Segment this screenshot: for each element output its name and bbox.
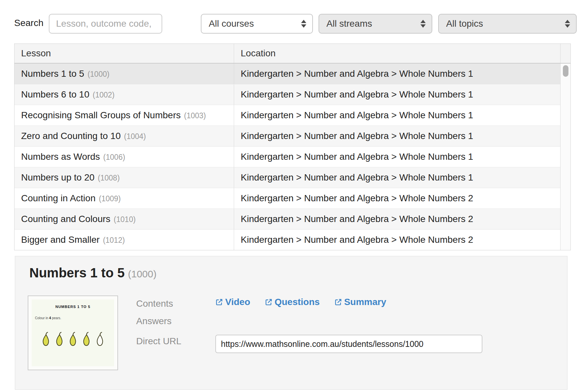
- table-row[interactable]: Numbers as Words(1006) Kindergarten > Nu…: [15, 146, 560, 167]
- lesson-title: Numbers up to 20: [21, 172, 95, 183]
- column-header-location: Location: [234, 44, 560, 63]
- table-row[interactable]: Counting in Action(1009) Kindergarten > …: [15, 188, 560, 209]
- external-link-icon: [215, 298, 223, 306]
- pear-outline-icon: [95, 332, 105, 347]
- pear-filled-icon: [81, 332, 91, 347]
- answers-label: Answers: [136, 316, 171, 326]
- streams-select[interactable]: All streams: [319, 14, 432, 34]
- direct-url-input[interactable]: [215, 335, 482, 353]
- lesson-code: (1004): [124, 131, 146, 141]
- lesson-location: Kindergarten > Number and Algebra > Whol…: [234, 230, 560, 250]
- lesson-code: (1009): [99, 193, 121, 203]
- table-row[interactable]: Counting and Colours(1010) Kindergarten …: [15, 209, 560, 229]
- select-arrows-icon: [565, 20, 570, 28]
- pear-filled-icon: [41, 332, 51, 347]
- external-link-icon: [334, 298, 342, 306]
- column-header-lesson: Lesson: [15, 44, 234, 63]
- table-row[interactable]: Bigger and Smaller(1012) Kindergarten > …: [15, 229, 560, 250]
- lesson-code: (1000): [87, 69, 109, 79]
- topics-select[interactable]: All topics: [438, 14, 577, 34]
- questions-link[interactable]: Questions: [265, 297, 320, 307]
- lesson-title: Zero and Counting to 10: [21, 131, 121, 141]
- courses-select-value: All courses: [209, 18, 298, 29]
- table-row[interactable]: Recognising Small Groups of Numbers(1003…: [15, 105, 560, 126]
- lesson-location: Kindergarten > Number and Algebra > Whol…: [234, 126, 560, 146]
- lesson-detail-title-text: Numbers 1 to 5: [29, 266, 125, 280]
- lesson-detail-panel: Numbers 1 to 5(1000) NUMBERS 1 TO 5 Colo…: [15, 256, 567, 390]
- lesson-title: Numbers 6 to 10: [21, 89, 89, 100]
- courses-select[interactable]: All courses: [201, 14, 313, 34]
- lesson-title: Counting in Action: [21, 193, 96, 204]
- summary-link[interactable]: Summary: [334, 297, 386, 307]
- lesson-location: Kindergarten > Number and Algebra > Whol…: [234, 209, 560, 229]
- table-rows: Numbers 1 to 5(1000) Kindergarten > Numb…: [15, 64, 560, 250]
- lesson-code: (1002): [93, 90, 114, 99]
- lesson-detail-title: Numbers 1 to 5(1000): [29, 266, 157, 280]
- scrollbar-header-cell: [560, 44, 570, 63]
- pear-filled-icon: [68, 332, 78, 347]
- lesson-code: (1012): [103, 235, 125, 245]
- lesson-code: (1010): [114, 214, 136, 224]
- video-link-label: Video: [225, 297, 250, 307]
- lesson-title: Recognising Small Groups of Numbers: [21, 110, 181, 121]
- lesson-title: Numbers 1 to 5: [21, 69, 84, 79]
- questions-link-label: Questions: [275, 297, 320, 307]
- lesson-title: Numbers as Words: [21, 152, 100, 162]
- lesson-thumbnail: NUMBERS 1 TO 5 Colour in 4 pears.: [28, 295, 118, 370]
- lesson-search-page: Search All courses All streams All topic…: [0, 0, 580, 392]
- lesson-location: Kindergarten > Number and Algebra > Whol…: [234, 64, 560, 84]
- lesson-location: Kindergarten > Number and Algebra > Whol…: [234, 105, 560, 126]
- pear-filled-icon: [54, 332, 64, 347]
- table-row[interactable]: Numbers 1 to 5(1000) Kindergarten > Numb…: [15, 64, 560, 84]
- external-link-icon: [265, 298, 272, 306]
- lesson-location: Kindergarten > Number and Algebra > Whol…: [234, 147, 560, 167]
- video-link[interactable]: Video: [215, 297, 250, 307]
- lesson-code: (1003): [184, 110, 206, 120]
- streams-select-value: All streams: [326, 18, 417, 29]
- worksheet-instruction: Colour in 4 pears.: [35, 316, 61, 320]
- worksheet-title: NUMBERS 1 TO 5: [32, 305, 114, 309]
- lesson-detail-code: (1000): [128, 268, 157, 279]
- table-row[interactable]: Zero and Counting to 10(1004) Kindergart…: [15, 126, 560, 146]
- summary-link-label: Summary: [344, 297, 386, 307]
- lessons-table: Lesson Location Numbers 1 to 5(1000) Kin…: [14, 43, 571, 250]
- select-arrows-icon: [301, 20, 306, 28]
- lesson-code: (1008): [98, 173, 120, 182]
- lesson-location: Kindergarten > Number and Algebra > Whol…: [234, 84, 560, 105]
- search-label: Search: [14, 18, 44, 28]
- lesson-title: Counting and Colours: [21, 214, 110, 224]
- lesson-code: (1006): [103, 152, 125, 162]
- lesson-location: Kindergarten > Number and Algebra > Whol…: [234, 188, 560, 209]
- topics-select-value: All topics: [446, 18, 562, 29]
- select-arrows-icon: [420, 20, 426, 28]
- lesson-title: Bigger and Smaller: [21, 235, 100, 245]
- contents-links: Video Questions Summary: [215, 297, 386, 307]
- search-input[interactable]: [49, 14, 162, 34]
- table-scrollbar[interactable]: [560, 64, 570, 250]
- scrollbar-thumb[interactable]: [563, 65, 568, 77]
- table-row[interactable]: Numbers 6 to 10(1002) Kindergarten > Num…: [15, 84, 560, 105]
- table-row[interactable]: Numbers up to 20(1008) Kindergarten > Nu…: [15, 167, 560, 188]
- direct-url-label: Direct URL: [136, 336, 181, 347]
- pear-row: [32, 332, 114, 347]
- table-body: Numbers 1 to 5(1000) Kindergarten > Numb…: [15, 64, 570, 250]
- table-header: Lesson Location: [15, 44, 570, 64]
- lesson-location: Kindergarten > Number and Algebra > Whol…: [234, 167, 560, 188]
- worksheet-preview: NUMBERS 1 TO 5 Colour in 4 pears.: [32, 299, 114, 366]
- contents-label: Contents: [136, 298, 173, 309]
